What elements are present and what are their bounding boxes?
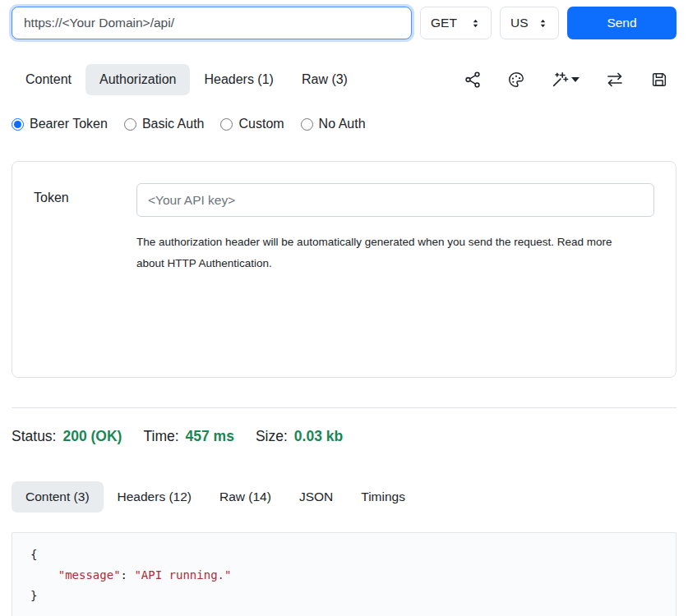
save-icon[interactable] — [650, 71, 668, 89]
method-select-value: GET — [431, 16, 457, 30]
request-toolbar — [464, 70, 676, 90]
tab-response-headers[interactable]: Headers (12) — [104, 481, 205, 513]
api-client-page: GET US Send Content Authorization Header… — [0, 0, 688, 616]
size-value: 0.03 kb — [294, 428, 343, 445]
swap-arrows-icon[interactable] — [605, 70, 625, 90]
response-status-bar: Status: 200 (OK) Time: 457 ms Size: 0.03… — [12, 428, 676, 445]
auth-help-text: The authorization header will be automat… — [136, 232, 617, 274]
radio-basic-auth[interactable] — [124, 118, 136, 131]
select-stepper-icon — [470, 17, 481, 30]
caret-down-icon — [571, 77, 579, 82]
radio-no-auth[interactable] — [301, 118, 313, 131]
tab-content[interactable]: Content — [12, 64, 85, 95]
time-value: 457 ms — [186, 428, 234, 445]
tab-response-raw[interactable]: Raw (14) — [205, 481, 285, 513]
url-input[interactable] — [12, 7, 412, 39]
region-select[interactable]: US — [500, 7, 559, 39]
json-brace: { — [30, 548, 37, 561]
auth-option-bearer-token[interactable]: Bearer Token — [12, 117, 108, 131]
code-line: "message": "API running." — [30, 565, 658, 586]
auth-panel: Token The authorization header will be a… — [12, 161, 676, 378]
tab-headers[interactable]: Headers (1) — [190, 64, 287, 95]
palette-icon[interactable] — [507, 71, 525, 89]
radio-label: Bearer Token — [30, 117, 108, 131]
request-bar: GET US Send — [12, 7, 676, 39]
magic-wand-icon — [551, 71, 569, 89]
response-body: { "message": "API running." } — [12, 532, 676, 616]
json-value: "API running." — [134, 568, 231, 582]
auth-option-no-auth[interactable]: No Auth — [301, 117, 366, 131]
tab-raw[interactable]: Raw (3) — [288, 64, 362, 95]
tab-response-timings[interactable]: Timings — [347, 481, 419, 513]
token-column: The authorization header will be automat… — [136, 183, 654, 356]
json-separator: : — [121, 568, 135, 582]
radio-label: Basic Auth — [142, 117, 205, 131]
json-indent — [30, 568, 58, 582]
region-select-value: US — [510, 16, 529, 30]
status-value: 200 (OK) — [62, 428, 122, 445]
size-label: Size: — [256, 428, 288, 445]
radio-label: Custom — [238, 117, 284, 131]
auth-option-basic-auth[interactable]: Basic Auth — [124, 117, 205, 131]
request-tabs: Content Authorization Headers (1) Raw (3… — [12, 64, 676, 95]
radio-label: No Auth — [319, 117, 366, 131]
tab-response-content[interactable]: Content (3) — [12, 481, 104, 513]
select-stepper-icon — [538, 17, 548, 30]
code-line: } — [30, 586, 658, 606]
divider — [12, 407, 676, 408]
token-input[interactable] — [136, 183, 654, 217]
code-line: { — [30, 545, 658, 565]
tab-response-json[interactable]: JSON — [285, 481, 347, 513]
status-label: Status: — [12, 428, 56, 445]
response-tabs: Content (3) Headers (12) Raw (14) JSON T… — [12, 481, 676, 513]
time-label: Time: — [143, 428, 178, 445]
share-icon[interactable] — [464, 71, 482, 89]
radio-custom[interactable] — [220, 118, 233, 131]
token-label: Token — [34, 183, 136, 356]
json-brace: } — [30, 589, 37, 602]
send-button[interactable]: Send — [567, 7, 676, 39]
auth-type-options: Bearer Token Basic Auth Custom No Auth — [12, 117, 676, 131]
radio-bearer-token[interactable] — [12, 118, 24, 131]
json-key: "message" — [58, 568, 121, 582]
auth-option-custom[interactable]: Custom — [220, 117, 284, 131]
method-select[interactable]: GET — [420, 7, 492, 39]
tab-authorization[interactable]: Authorization — [85, 64, 190, 95]
magic-wand-button[interactable] — [551, 71, 579, 89]
